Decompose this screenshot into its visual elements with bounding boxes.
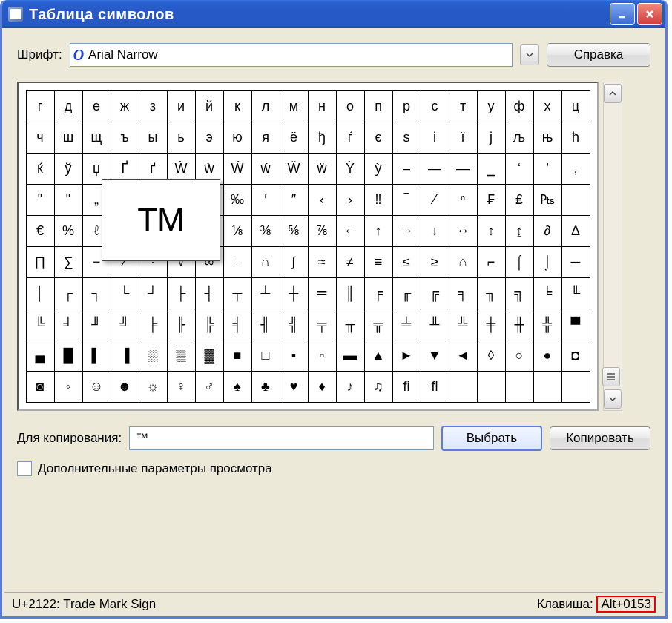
char-cell[interactable]: ◙ [26,371,55,403]
char-cell[interactable]: ─ [561,246,590,278]
char-cell[interactable]: ю [223,122,252,154]
char-cell[interactable] [505,371,534,403]
char-cell[interactable]: ∑ [54,246,83,278]
char-cell[interactable]: ♂ [195,371,224,403]
char-cell[interactable]: ♣ [251,371,280,403]
select-button[interactable]: Выбрать [441,426,542,451]
char-cell[interactable]: ‗ [477,153,506,185]
char-cell[interactable]: Ẅ [280,153,309,185]
char-cell[interactable]: о [336,90,365,122]
char-cell[interactable]: ↨ [505,215,534,247]
char-cell[interactable]: — [421,153,449,185]
char-cell[interactable]: ▓ [195,340,224,372]
char-cell[interactable]: ░ [139,340,168,372]
char-cell[interactable]: ▌ [82,340,111,372]
char-cell[interactable]: и [167,90,196,122]
char-cell[interactable]: ≡ [364,246,393,278]
char-cell[interactable]: ⌠ [505,246,534,278]
char-cell[interactable]: ẃ [251,153,280,185]
char-cell[interactable]: ╨ [421,309,449,340]
char-cell[interactable]: ₤ [505,184,534,216]
char-cell[interactable]: ц [561,90,590,122]
char-cell[interactable]: ╖ [477,277,506,309]
char-cell[interactable]: ▲ [364,340,393,372]
char-cell[interactable]: ╩ [449,309,478,340]
char-cell[interactable]: │ [26,277,55,309]
char-cell[interactable]: ♦ [308,371,337,403]
char-cell[interactable]: є [364,122,393,154]
char-cell[interactable]: ѓ [336,122,365,154]
char-cell[interactable]: ẅ [308,153,337,185]
char-cell[interactable]: щ [82,122,111,154]
char-cell[interactable]: й [195,90,224,122]
scroll-up-button[interactable] [604,84,622,103]
copy-input[interactable] [129,426,434,450]
char-cell[interactable]: ▬ [336,340,365,372]
char-cell[interactable]: м [280,90,309,122]
char-cell[interactable]: ╝ [111,309,139,340]
char-cell[interactable]: Ỳ [336,153,365,185]
char-cell[interactable]: □ [251,340,280,372]
char-cell[interactable]: ╬ [533,309,562,340]
char-cell[interactable]: ○ [505,340,534,372]
minimize-button[interactable] [610,3,635,25]
char-cell[interactable]: ⁿ [449,184,478,216]
char-cell[interactable]: ═ [308,277,337,309]
char-cell[interactable]: п [364,90,393,122]
char-cell[interactable]: ← [336,215,365,247]
char-cell[interactable]: ‘ [505,153,534,185]
char-cell[interactable]: ⅛ [223,215,252,247]
char-cell[interactable]: ₧ [533,184,562,216]
char-cell[interactable] [561,184,590,216]
char-cell[interactable]: ◊ [477,340,506,372]
char-cell[interactable]: ќ [26,153,55,185]
char-cell[interactable]: ﬁ [392,371,421,403]
char-cell[interactable]: ╛ [54,309,83,340]
char-cell[interactable]: ╕ [449,277,478,309]
char-cell[interactable]: ┴ [251,277,280,309]
char-cell[interactable]: ш [54,122,83,154]
char-cell[interactable]: ђ [308,122,337,154]
char-cell[interactable]: ≠ [336,246,365,278]
char-cell[interactable]: ﬂ [421,371,449,403]
char-cell[interactable] [533,371,562,403]
char-cell[interactable]: ├ [167,277,196,309]
char-cell[interactable]: ∩ [251,246,280,278]
char-cell[interactable]: ╘ [533,277,562,309]
char-cell[interactable]: ‹ [308,184,337,216]
char-cell[interactable]: ╪ [477,309,506,340]
char-cell[interactable]: ╫ [505,309,534,340]
char-cell[interactable]: " [54,184,83,216]
char-cell[interactable]: ╞ [139,309,168,340]
char-cell[interactable]: х [533,90,562,122]
char-cell[interactable]: ъ [111,122,139,154]
char-cell[interactable]: ▒ [167,340,196,372]
char-cell[interactable]: ╤ [308,309,337,340]
char-cell[interactable]: € [26,215,55,247]
char-cell[interactable]: л [251,90,280,122]
char-cell[interactable]: └ [111,277,139,309]
char-cell[interactable]: ▪ [280,340,309,372]
char-cell[interactable]: ╥ [336,309,365,340]
char-cell[interactable]: ₣ [477,184,506,216]
char-cell[interactable]: ↓ [421,215,449,247]
char-cell[interactable]: → [392,215,421,247]
char-cell[interactable] [561,371,590,403]
char-cell[interactable]: ┐ [82,277,111,309]
char-cell[interactable]: ╡ [223,309,252,340]
char-cell[interactable]: е [82,90,111,122]
vertical-scrollbar[interactable] [603,82,622,411]
char-cell[interactable]: ‚ [561,153,590,185]
char-cell[interactable]: ∫ [280,246,309,278]
char-cell[interactable]: ▄ [26,340,55,372]
char-cell[interactable]: ◦ [54,371,83,403]
advanced-checkbox[interactable] [17,461,32,476]
char-cell[interactable]: љ [505,122,534,154]
char-cell[interactable]: ≤ [392,246,421,278]
font-dropdown-button[interactable] [520,44,539,65]
char-cell[interactable]: % [54,215,83,247]
char-cell[interactable]: ┬ [223,277,252,309]
char-cell[interactable]: ы [139,122,168,154]
char-cell[interactable]: ↑ [364,215,393,247]
char-cell[interactable]: ф [505,90,534,122]
